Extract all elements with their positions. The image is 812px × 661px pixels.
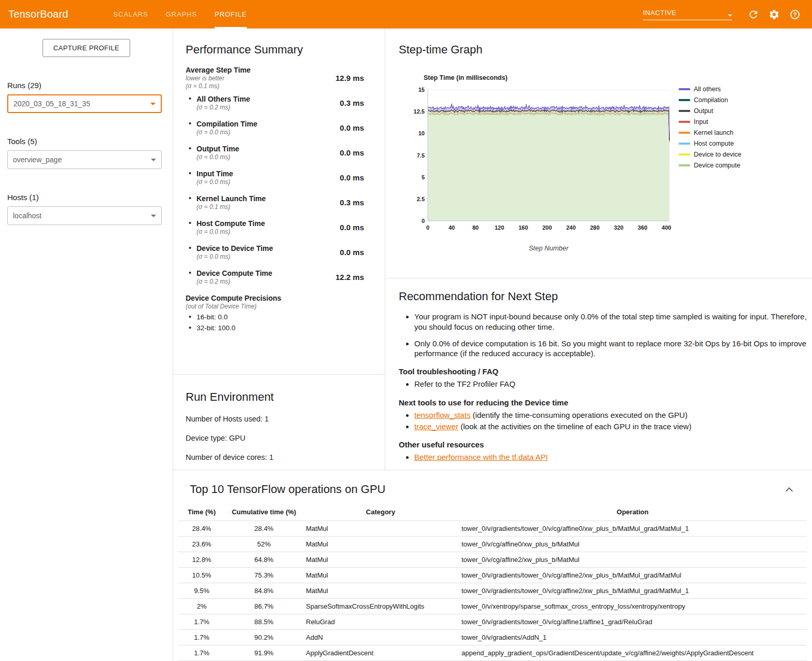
cell-category: SparseSoftmaxCrossEntropyWithLogits bbox=[303, 599, 458, 614]
main-content: Performance Summary Average Step Time lo… bbox=[173, 29, 812, 661]
cell-time-pct: 12.8% bbox=[178, 552, 225, 568]
run-environment-title: Run Environment bbox=[186, 390, 385, 404]
svg-text:400: 400 bbox=[662, 224, 671, 231]
cell-operation: append_apply_gradient_ops/GradientDescen… bbox=[458, 645, 807, 661]
env-line: Device type: GPU bbox=[186, 434, 385, 442]
cell-time-pct: 2% bbox=[178, 599, 225, 614]
tab-scalars[interactable]: SCALARS bbox=[114, 0, 148, 29]
tool-link-suffix: (look at the activities on the timeline … bbox=[458, 422, 691, 431]
chevron-up-icon bbox=[786, 487, 793, 494]
top10-title: Top 10 TensorFlow operations on GPU bbox=[190, 483, 385, 496]
tab-graphs[interactable]: GRAPHS bbox=[166, 0, 197, 29]
run-status-value: INACTIVE bbox=[643, 9, 677, 17]
metric-label: Compilation Time bbox=[197, 120, 257, 128]
cell-operation: tower_0/v/gradients/tower_0/v/cg/affine2… bbox=[458, 568, 807, 583]
performance-metric-list: All Others Time (σ = 0.2 ms) 0.3 ms Comp… bbox=[186, 95, 385, 285]
metric-label: All Others Time bbox=[197, 95, 250, 103]
legend-label: All others bbox=[694, 86, 721, 93]
table-row: 1.7% 88.5% ReluGrad tower_0/v/gradients/… bbox=[178, 614, 807, 630]
help-button[interactable]: ? bbox=[788, 8, 802, 21]
metric-sigma: (σ = 0.0 ms) bbox=[197, 153, 239, 161]
step-time-graph-section: Step-time Graph Step Time (in millisecon… bbox=[385, 29, 812, 278]
legend-swatch bbox=[679, 164, 690, 166]
svg-text:7.5: 7.5 bbox=[417, 152, 425, 159]
run-status-dropdown[interactable]: INACTIVE bbox=[643, 9, 732, 20]
settings-gear-icon bbox=[768, 9, 780, 20]
tab-profile[interactable]: PROFILE bbox=[215, 0, 247, 29]
performance-metric-item: All Others Time (σ = 0.2 ms) 0.3 ms bbox=[186, 95, 385, 111]
collapse-section-button[interactable] bbox=[783, 483, 795, 496]
svg-text:120: 120 bbox=[495, 224, 504, 231]
cell-operation: tower_0/v/gradients/AddN_1 bbox=[458, 630, 807, 645]
precision-item-list: 16-bit: 0.032-bit: 100.0 bbox=[186, 313, 385, 332]
legend-label: Device compute bbox=[694, 162, 740, 169]
legend-label: Kernel launch bbox=[694, 129, 733, 136]
hosts-label: Hosts (1) bbox=[7, 193, 173, 202]
svg-text:0: 0 bbox=[426, 224, 429, 231]
recommendation-bullet: Your program is NOT input-bound because … bbox=[414, 312, 808, 332]
svg-text:10: 10 bbox=[418, 130, 425, 136]
cell-time-pct: 23.6% bbox=[178, 537, 225, 552]
next-tools-list: tensorflow_stats (identify the time-cons… bbox=[399, 410, 812, 432]
faq-heading: Tool troubleshooting / FAQ bbox=[399, 367, 812, 376]
metric-value: 0.3 ms bbox=[340, 99, 364, 107]
tool-link-item: tensorflow_stats (identify the time-cons… bbox=[414, 410, 812, 421]
cell-time-pct: 1.7% bbox=[178, 630, 225, 645]
resource-link[interactable]: Better performance with the tf.data API bbox=[414, 453, 548, 461]
legend-item: All others bbox=[679, 83, 767, 94]
svg-text:160: 160 bbox=[519, 224, 528, 231]
svg-text:12.5: 12.5 bbox=[414, 108, 425, 115]
metric-label: Device Compute Time bbox=[197, 269, 272, 277]
performance-metric-item: Kernel Launch Time (σ = 0.1 ms) 0.3 ms bbox=[186, 194, 385, 210]
metric-label: Average Step Time bbox=[186, 66, 250, 74]
legend-swatch bbox=[679, 132, 690, 134]
metric-value: 0.0 ms bbox=[340, 248, 364, 257]
faq-item: Refer to the TF2 Profiler FAQ bbox=[414, 378, 812, 390]
svg-text:320: 320 bbox=[614, 224, 623, 231]
cell-operation: tower_0/v/cg/affine0/xw_plus_b/MatMul bbox=[458, 537, 807, 552]
svg-text:40: 40 bbox=[449, 224, 455, 231]
metric-sigma: (σ = 0.1 ms) bbox=[197, 203, 266, 210]
chevron-down-icon bbox=[151, 159, 156, 161]
runs-label: Runs (29) bbox=[7, 81, 173, 90]
recommendation-section: Recommendation for Next Step Your progra… bbox=[385, 278, 812, 463]
sidebar: CAPTURE PROFILE Runs (29) 2020_03_05_18_… bbox=[0, 29, 173, 661]
table-row: 10.5% 75.3% MatMul tower_0/v/gradients/t… bbox=[178, 568, 807, 583]
settings-button[interactable] bbox=[767, 8, 781, 21]
env-line: Number of device cores: 1 bbox=[186, 453, 385, 461]
cell-time-pct: 1.7% bbox=[178, 614, 225, 630]
refresh-button[interactable] bbox=[747, 8, 760, 21]
chevron-down-icon bbox=[150, 103, 156, 105]
recommendation-bullets: Your program is NOT input-bound because … bbox=[399, 312, 808, 359]
cell-cumulative-pct: 52% bbox=[225, 537, 303, 552]
legend-item: Device to device bbox=[679, 149, 767, 160]
cell-time-pct: 28.4% bbox=[178, 521, 225, 537]
svg-text:360: 360 bbox=[638, 224, 647, 231]
performance-metric-item: Host Compute Time (σ = 0.0 ms) 0.0 ms bbox=[186, 219, 385, 235]
table-column-header: Time (%) bbox=[178, 504, 225, 521]
precision-item: 16-bit: 0.0 bbox=[186, 313, 385, 321]
cell-cumulative-pct: 88.5% bbox=[225, 614, 303, 630]
resources-list: Better performance with the tf.data API bbox=[399, 452, 812, 463]
step-time-graph-title: Step-time Graph bbox=[399, 43, 812, 57]
metric-value: 0.3 ms bbox=[340, 198, 364, 207]
tools-dropdown[interactable]: overview_page bbox=[7, 150, 162, 169]
performance-metric-item: Input Time (σ = 0.0 ms) 0.0 ms bbox=[186, 170, 385, 186]
average-step-time-block: Average Step Time lower is better (σ = 0… bbox=[186, 66, 385, 90]
cell-time-pct: 1.7% bbox=[178, 645, 225, 661]
top-app-bar: TensorBoard SCALARS GRAPHS PROFILE INACT… bbox=[0, 0, 812, 29]
tool-link[interactable]: trace_viewer bbox=[414, 422, 458, 431]
capture-profile-button[interactable]: CAPTURE PROFILE bbox=[43, 39, 130, 57]
legend-swatch bbox=[679, 153, 690, 156]
chevron-down-icon bbox=[728, 15, 732, 17]
runs-dropdown[interactable]: 2020_03_05_18_31_35 bbox=[7, 94, 162, 113]
right-column: Step-time Graph Step Time (in millisecon… bbox=[385, 29, 812, 470]
metric-value: 0.0 ms bbox=[340, 123, 364, 132]
chevron-down-icon bbox=[151, 215, 156, 217]
legend-swatch bbox=[679, 110, 690, 112]
hosts-dropdown[interactable]: localhost bbox=[7, 206, 162, 225]
tool-link[interactable]: tensorflow_stats bbox=[414, 411, 470, 419]
legend-item: Host compute bbox=[679, 138, 767, 149]
step-time-chart[interactable]: 02.557.51012.515040801201602002402803203… bbox=[412, 86, 671, 237]
resources-heading: Other useful resources bbox=[399, 440, 812, 449]
